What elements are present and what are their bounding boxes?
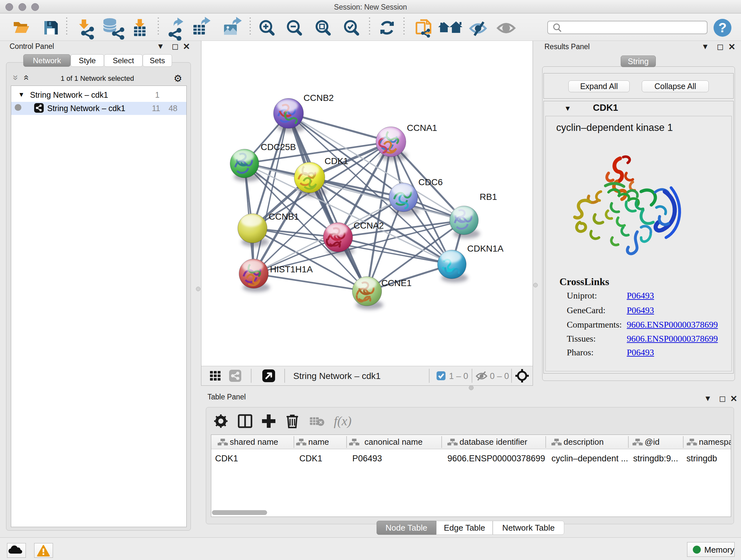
svg-text:f(x): f(x) [334, 414, 352, 428]
svg-text:1 – 0: 1 – 0 [449, 371, 468, 381]
svg-text:CCNB1: CCNB1 [269, 212, 299, 222]
svg-text:CCNE1: CCNE1 [381, 278, 412, 288]
svg-text:shared name: shared name [230, 437, 278, 447]
svg-text:CDC25B: CDC25B [261, 142, 296, 152]
svg-text:namespace: namespace [699, 437, 731, 447]
svg-text:description: description [563, 437, 604, 447]
svg-text:name: name [308, 437, 329, 447]
svg-text:CDC6: CDC6 [418, 177, 443, 187]
svg-text:database identifier: database identifier [460, 437, 528, 447]
svg-text:CCNA2: CCNA2 [354, 221, 384, 231]
svg-text:CDKN1A: CDKN1A [467, 244, 503, 253]
svg-text:HIST1H1A: HIST1H1A [270, 264, 313, 274]
svg-text:RB1: RB1 [480, 192, 497, 202]
svg-text:?: ? [718, 20, 727, 35]
svg-text:CCNA1: CCNA1 [407, 123, 437, 133]
svg-text:CDK1: CDK1 [325, 156, 348, 166]
svg-text:0 – 0: 0 – 0 [490, 371, 509, 381]
svg-text:canonical name: canonical name [364, 437, 422, 447]
svg-text:CCNB2: CCNB2 [304, 93, 334, 103]
svg-text:@id: @id [645, 437, 660, 447]
svg-text:String Network – cdk1: String Network – cdk1 [293, 371, 381, 381]
